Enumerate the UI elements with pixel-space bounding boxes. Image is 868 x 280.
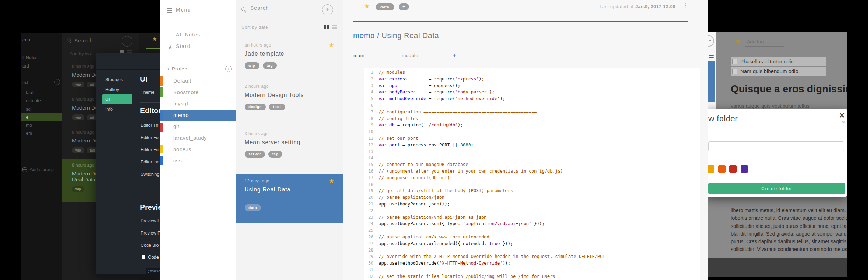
dark-folder-item[interactable]: e (21, 113, 62, 121)
sidebar-item-starred[interactable]: Stard (160, 41, 236, 52)
breadcrumb-folder[interactable]: memo / (353, 31, 382, 40)
dark-folder-item[interactable]: ostnote (21, 97, 62, 105)
new-note-button[interactable] (322, 4, 333, 15)
tab-main[interactable]: main (354, 53, 364, 58)
dark-folder-item[interactable]: fault (21, 89, 62, 97)
note-tags: wip tag (245, 62, 334, 69)
settings-row[interactable]: Preview F (141, 218, 160, 230)
line-number: 14 (364, 155, 373, 161)
folder-item[interactable]: Default (160, 75, 236, 87)
dark-search-bar[interactable]: Search (62, 33, 139, 49)
preferences-nav-item[interactable]: UI (102, 94, 132, 104)
color-swatch[interactable] (741, 165, 748, 173)
settings-row[interactable]: Switching (141, 172, 160, 184)
menu-label[interactable]: Menu (176, 7, 191, 13)
list-icon (709, 55, 714, 61)
dark-sidebar-nav-item[interactable]: ll Notes (21, 54, 62, 62)
dark-new-note-button[interactable] (122, 36, 132, 47)
list-view-icon[interactable] (332, 25, 337, 30)
code-token: // set our port (379, 135, 418, 141)
code-token: 'application/vnd.api+json' (463, 221, 532, 226)
settings-row[interactable]: Code Blo (141, 243, 160, 255)
code-line: 30 app.use(methodOverride('X-HTTP-Method… (364, 260, 700, 267)
new-tab-button[interactable]: + (453, 52, 456, 59)
tag-pill: tag (263, 62, 277, 69)
settings-row[interactable]: Editor Ind (141, 159, 160, 172)
note-card[interactable]: 12 days ago Using Real Data data (236, 174, 343, 223)
star-icon (168, 44, 173, 50)
folder-item[interactable]: git (160, 121, 236, 132)
dark-folder-item[interactable]: ers (21, 129, 62, 137)
more-options-button[interactable] (682, 2, 688, 8)
folder-name-input[interactable] (708, 141, 844, 151)
code-token (387, 96, 390, 101)
folder-item[interactable]: memo (160, 110, 236, 121)
code-line: 23 // parse application/vnd.api+json as … (364, 214, 700, 221)
checkbox-icon (732, 59, 737, 64)
settings-row[interactable]: Editor Fo (141, 147, 160, 159)
preferences-nav-item[interactable]: Hotkey (102, 85, 132, 94)
preferences-nav-item[interactable]: Info (102, 104, 132, 114)
color-swatch[interactable] (718, 165, 726, 173)
color-swatch-fragment (160, 122, 163, 132)
project-tree-toggle[interactable]: Project (167, 66, 189, 71)
code-token: // configuration =======================… (379, 109, 537, 114)
line-number: 32 (364, 273, 373, 280)
folder-item[interactable]: laravel_study (160, 132, 236, 144)
code-editor[interactable]: 1 // modules ===========================… (364, 68, 700, 280)
note-card[interactable]: 3 hours ago Mean server setting server t… (236, 127, 343, 174)
dark-add-folder-button[interactable] (54, 79, 60, 85)
add-tag-button[interactable]: + (399, 4, 409, 10)
settings-row[interactable]: Theme (141, 90, 160, 102)
search-input[interactable] (250, 5, 314, 11)
chevron-down-icon (167, 66, 172, 71)
sort-by-label[interactable]: Sort by date (241, 24, 268, 30)
settings-checkbox[interactable] (142, 255, 145, 259)
settings-row[interactable]: Editor Th (141, 122, 160, 135)
dark-sort-label[interactable]: Sort by xxx (69, 51, 92, 56)
dark-folder-item[interactable]: sql (21, 105, 62, 113)
code-token: // modules =============================… (379, 70, 537, 75)
folder-item[interactable]: css (160, 155, 236, 167)
code-line: 29 // override with the X-HTTP-Method-Ov… (364, 253, 700, 260)
dark-sidebar-nav-item[interactable]: ard (21, 62, 62, 70)
preferences-nav-item[interactable]: Storages (102, 75, 132, 85)
line-number: 3 (364, 83, 373, 89)
note-detail-pane: data + Last updated atJan.9, 2017 12:00 … (343, 0, 708, 280)
color-swatch[interactable] (729, 165, 737, 173)
code-token: // parse application/vnd.api+json as jso… (379, 215, 487, 220)
dark-menu-label[interactable]: enu (22, 37, 30, 42)
create-folder-button[interactable]: Create folder (708, 183, 845, 194)
code-token (387, 89, 390, 94)
color-swatch[interactable] (708, 165, 714, 173)
close-icon[interactable] (839, 110, 845, 121)
settings-row[interactable]: Editor Fo (141, 135, 160, 147)
note-card[interactable]: 2 hours ago Modern Design Tools design t… (236, 80, 343, 127)
todo-label: Phasellus id tortor odio. (740, 58, 795, 64)
folder-item[interactable]: nodeJs (160, 144, 236, 155)
folder-item[interactable]: mysql (160, 98, 236, 110)
tab-module[interactable]: module (402, 53, 418, 58)
star-toggle[interactable] (364, 2, 370, 10)
note-card[interactable]: an hours ago Jade template wip tag (236, 38, 343, 80)
star-icon[interactable] (329, 42, 334, 49)
hamburger-icon[interactable] (167, 8, 172, 14)
dark-add-storage-button[interactable]: Add storage (22, 167, 54, 172)
line-number: 2 (364, 76, 373, 83)
code-token (387, 122, 390, 127)
star-icon[interactable] (329, 177, 334, 185)
settings-row[interactable]: Preview F (141, 230, 160, 243)
sidebar-item-all-notes[interactable]: All Notes (160, 29, 236, 41)
code-token: app.use(methodOverride( (379, 260, 439, 266)
code-line: 19 // get all data/stuff of the body (PO… (364, 188, 700, 194)
tag-pill[interactable]: data (376, 4, 394, 10)
add-folder-button[interactable] (225, 66, 232, 72)
dark-folder-item[interactable]: mo (21, 121, 62, 129)
code-token: // parse application/json (379, 195, 444, 200)
grid-view-icon[interactable] (324, 25, 329, 29)
folder-item[interactable]: Boostnote (160, 87, 236, 98)
dark-project-label[interactable]: ect (22, 80, 28, 85)
code-token: = require( (394, 122, 424, 127)
note-title: Using Real Data (245, 187, 334, 193)
new-folder-modal: w folder esc Create folder (708, 108, 847, 197)
